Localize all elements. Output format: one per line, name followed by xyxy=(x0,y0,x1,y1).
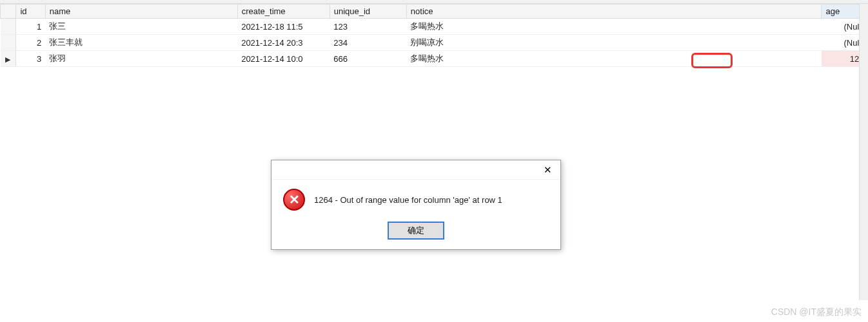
header-row: id name create_time unique_id notice age xyxy=(1,5,868,19)
cell-notice[interactable]: 多喝热水 xyxy=(406,51,822,67)
dialog-buttons: 确定 xyxy=(271,216,560,249)
table-row[interactable]: 2张三丰就2021-12-14 20:3234别喝凉水(Null) xyxy=(1,35,868,51)
col-name[interactable]: name xyxy=(45,5,237,19)
row-marker-icon: ▶ xyxy=(5,55,10,63)
error-icon: ✕ xyxy=(283,189,305,211)
col-id[interactable]: id xyxy=(16,5,45,19)
cell-notice[interactable]: 多喝热水 xyxy=(406,19,822,35)
col-create-time[interactable]: create_time xyxy=(237,5,330,19)
cell-name[interactable]: 张羽 xyxy=(45,51,237,67)
watermark: CSDN @IT盛夏的果实 xyxy=(771,307,862,318)
dialog-titlebar: ✕ xyxy=(271,160,560,180)
table-row[interactable]: ▶3张羽2021-12-14 10:0666多喝热水128 xyxy=(1,51,868,67)
cell-notice[interactable]: 别喝凉水 xyxy=(406,35,822,51)
dialog-message: 1264 - Out of range value for column 'ag… xyxy=(314,195,502,205)
table-row[interactable]: 1张三2021-12-18 11:5123多喝热水(Null) xyxy=(1,19,868,35)
cell-id[interactable]: 1 xyxy=(16,19,45,35)
row-gutter: ▶ xyxy=(1,51,16,67)
cell-unique-id[interactable]: 666 xyxy=(330,51,406,67)
cell-id[interactable]: 2 xyxy=(16,35,45,51)
col-unique-id[interactable]: unique_id xyxy=(330,5,406,19)
cell-unique-id[interactable]: 123 xyxy=(330,19,406,35)
cell-create-time[interactable]: 2021-12-18 11:5 xyxy=(237,19,330,35)
data-grid: id name create_time unique_id notice age… xyxy=(0,4,868,67)
dialog-body: ✕ 1264 - Out of range value for column '… xyxy=(271,180,560,216)
cell-name[interactable]: 张三 xyxy=(45,19,237,35)
cell-name[interactable]: 张三丰就 xyxy=(45,35,237,51)
row-gutter xyxy=(1,35,16,51)
ok-button[interactable]: 确定 xyxy=(388,222,444,239)
row-gutter xyxy=(1,19,16,35)
cell-unique-id[interactable]: 234 xyxy=(330,35,406,51)
cell-create-time[interactable]: 2021-12-14 10:0 xyxy=(237,51,330,67)
col-notice[interactable]: notice xyxy=(406,5,822,19)
gutter-header xyxy=(1,5,16,19)
error-dialog: ✕ ✕ 1264 - Out of range value for column… xyxy=(271,160,561,250)
cell-id[interactable]: 3 xyxy=(16,51,45,67)
close-icon[interactable]: ✕ xyxy=(535,161,560,179)
vertical-scrollbar[interactable] xyxy=(859,4,868,300)
cell-create-time[interactable]: 2021-12-14 20:3 xyxy=(237,35,330,51)
